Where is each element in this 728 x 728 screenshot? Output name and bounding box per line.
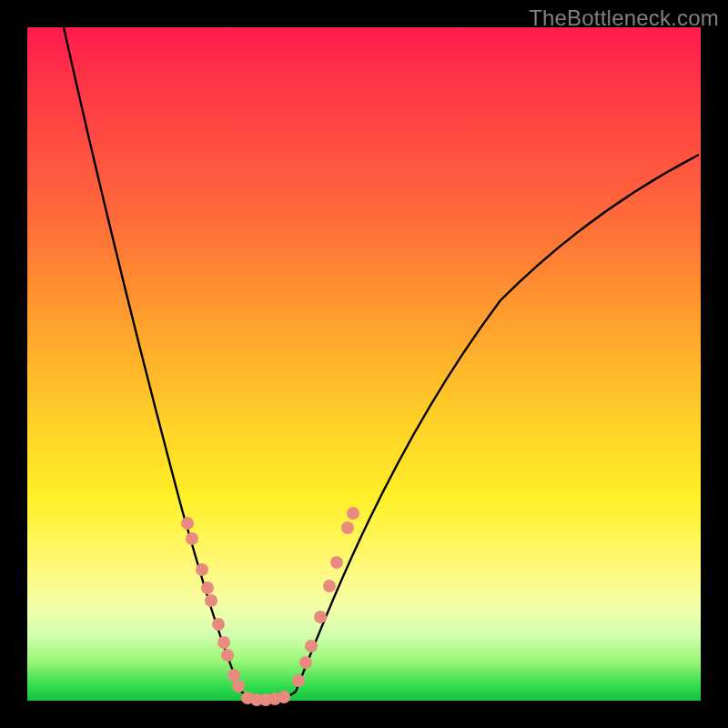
plot-area — [27, 27, 701, 701]
outer-frame: TheBottleneck.com — [0, 0, 728, 728]
curve-left-branch — [64, 27, 241, 692]
curve-right-branch — [296, 155, 699, 692]
dot — [330, 556, 343, 569]
dot — [292, 674, 305, 687]
dot — [278, 691, 290, 703]
dot — [217, 636, 230, 649]
dot — [323, 580, 336, 592]
dot — [196, 563, 208, 576]
dot — [228, 669, 240, 682]
dot — [186, 532, 198, 545]
dot — [341, 521, 354, 534]
dot — [232, 680, 245, 693]
dot — [305, 640, 318, 652]
dot — [299, 656, 312, 669]
dot — [221, 649, 234, 662]
dot — [181, 517, 194, 530]
dot — [347, 507, 359, 520]
dot — [201, 581, 214, 594]
dot — [205, 594, 217, 607]
highlight-dots — [181, 507, 359, 706]
dot — [212, 618, 225, 631]
dot — [314, 611, 327, 623]
bottleneck-curve-svg — [27, 27, 701, 701]
